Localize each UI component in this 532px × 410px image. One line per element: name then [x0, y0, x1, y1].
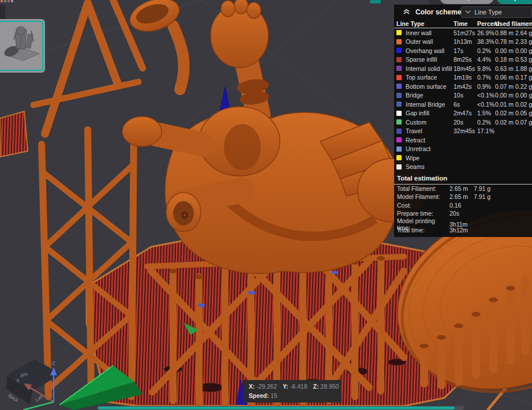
estimation-rows: Total Filament:2.65 m7.91 gModel Filamen…	[394, 185, 532, 234]
line-type-time: 17s	[454, 47, 477, 54]
estimation-label: Model Filament:	[397, 193, 449, 200]
line-type-label: Top surface	[406, 74, 454, 81]
estimation-value-1: 2.65 m	[449, 193, 474, 200]
line-type-color-swatch	[396, 30, 402, 35]
export-button[interactable]: Export	[496, 0, 532, 4]
line-type-percent: 9.8%	[477, 65, 495, 72]
line-type-percent: 0.7%	[477, 74, 495, 81]
line-type-table-header: Line Type Time Percent Used filament	[394, 19, 532, 28]
line-type-label: Inner wall	[406, 29, 454, 36]
line-type-percent: <0.1%	[477, 92, 495, 99]
line-type-length: 0.07 m	[495, 83, 515, 90]
line-type-label: Outer wall	[406, 38, 454, 45]
line-type-row: Sparse infill8m25s4.4%0.18 m0.53 g	[394, 55, 532, 65]
total-estimation-title: Total estimation	[394, 171, 532, 185]
line-type-color-swatch	[396, 155, 402, 160]
line-type-row: Bridge10s<0.1%0.00 m0.00 g	[394, 91, 532, 100]
estimation-row: Model Filament:2.65 m7.91 g	[394, 193, 532, 201]
line-type-label: Travel	[406, 127, 454, 134]
line-type-label: Gap infill	[406, 110, 454, 116]
line-type-percent: <0.1%	[477, 101, 495, 108]
line-type-length: 0.00 m	[495, 47, 515, 54]
line-type-length: 0.18 m	[495, 56, 515, 63]
line-type-label: Bottom surface	[406, 83, 454, 90]
plate-thumbnail[interactable]	[0, 19, 45, 73]
estimation-row: Cost:0.16	[394, 201, 532, 209]
chevron-down-icon	[465, 10, 471, 14]
line-type-time: 1h13m	[454, 38, 477, 45]
line-type-percent: 26.9%	[477, 29, 495, 36]
position-tooltip: X: -29.262Y: -6.418Z: 28.950 Speed: 15	[243, 380, 342, 403]
line-type-weight: 2.64 g	[515, 29, 532, 36]
line-type-time: 2m47s	[454, 110, 477, 116]
line-type-color-swatch	[396, 84, 402, 89]
line-type-weight: 0.00 g	[515, 47, 532, 54]
line-type-row: Internal solid infill18m45s9.8%0.63 m1.8…	[394, 64, 532, 73]
estimation-value-1: 0.16	[449, 202, 474, 209]
estimation-label: Total Filament:	[397, 185, 449, 192]
line-type-rows: Inner wall51m27s26.9%0.88 m2.64 gOuter w…	[394, 28, 532, 171]
line-type-row: Seams	[394, 163, 532, 172]
collapsed-sidebar-tab[interactable]	[0, 5, 6, 20]
estimation-value-2: 7.91 g	[474, 193, 532, 200]
line-type-label: Unretract	[406, 145, 454, 152]
line-type-percent: 17.1%	[477, 127, 495, 134]
line-type-weight: 0.02 g	[515, 101, 532, 108]
toolbar-chip	[370, 0, 381, 3]
estimation-value-2: 7.91 g	[474, 185, 532, 192]
header-line-type: Line Type	[396, 20, 454, 27]
orientation-gizmo[interactable]: Top Back Left Z X	[0, 351, 75, 410]
line-type-row: Outer wall1h13m38.3%0.78 m2.33 g	[394, 37, 532, 47]
line-type-row: Top surface1m19s0.7%0.06 m0.17 g	[394, 73, 532, 82]
line-type-label: Bridge	[406, 92, 454, 99]
estimation-value-1: 3h12m	[449, 227, 474, 234]
line-type-color-swatch	[396, 66, 402, 71]
layer-slider-fill	[98, 407, 455, 409]
line-type-label: Seams	[406, 163, 454, 170]
line-type-label: Internal solid infill	[406, 65, 454, 72]
line-type-weight: 2.33 g	[515, 38, 532, 45]
line-type-time: 10s	[454, 92, 477, 99]
line-type-color-swatch	[396, 119, 402, 125]
header-used-filament: Used filament	[495, 20, 532, 27]
line-type-color-swatch	[396, 39, 402, 44]
line-type-length: 0.00 m	[495, 92, 515, 99]
line-type-time: 32m45s	[454, 127, 477, 134]
estimation-row: Prepare time:20s	[394, 209, 532, 217]
topleft-icon-sliver	[1, 0, 13, 3]
line-type-time: 8m25s	[454, 56, 477, 63]
plate-thumbnail-selected-border	[0, 21, 43, 71]
line-type-row: Bottom surface1m42s0.9%0.07 m0.22 g	[394, 82, 532, 91]
view-type-dropdown[interactable]: Line Type	[461, 6, 532, 18]
estimation-row: Total time:3h12m	[394, 225, 532, 234]
line-type-weight: 0.17 g	[515, 74, 532, 81]
line-type-label: Custom	[406, 119, 454, 126]
line-type-length: 0.02 m	[495, 110, 515, 116]
line-type-row: Wipe	[394, 153, 532, 163]
line-type-weight: 1.88 g	[515, 65, 532, 72]
line-type-row: Internal Bridge6s<0.1%0.01 m0.02 g	[394, 100, 532, 109]
layer-slider[interactable]	[97, 406, 464, 410]
line-type-time: 6s	[454, 101, 477, 108]
line-type-row: Gap infill2m47s1.5%0.02 m0.05 g	[394, 109, 532, 118]
line-type-color-swatch	[396, 129, 402, 134]
slice-plate-button[interactable]: Slice plate	[440, 0, 494, 4]
line-type-weight: 0.07 g	[515, 119, 532, 126]
line-type-color-swatch	[396, 146, 402, 152]
line-type-length: 0.88 m	[495, 29, 515, 36]
line-type-label: Retract	[406, 137, 454, 144]
line-type-length: 0.01 m	[495, 101, 515, 108]
color-scheme-panel-header: Color scheme Line Type	[394, 5, 532, 19]
x-axis-label: X	[16, 378, 20, 383]
line-type-color-swatch	[396, 137, 402, 142]
collapse-panel-icon[interactable]	[403, 9, 410, 15]
line-type-row: Travel32m45s17.1%	[394, 127, 532, 136]
line-type-label: Sparse infill	[406, 56, 454, 63]
line-type-time: 51m27s	[454, 29, 477, 36]
line-type-length: 0.63 m	[495, 65, 515, 72]
color-scheme-panel: Color scheme Line Type Line Type Time Pe…	[394, 5, 532, 237]
line-type-weight: 0.00 g	[515, 92, 532, 99]
header-time: Time	[454, 20, 477, 27]
line-type-label: Internal Bridge	[406, 101, 454, 108]
line-type-percent: 4.4%	[477, 56, 495, 63]
